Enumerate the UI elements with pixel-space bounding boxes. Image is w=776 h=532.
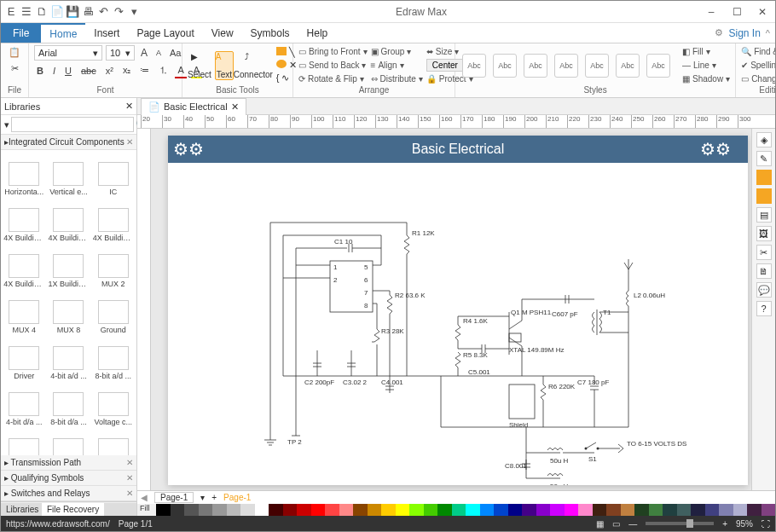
sign-in-link[interactable]: Sign In <box>728 27 760 39</box>
color-swatch[interactable] <box>705 504 720 516</box>
color-swatch[interactable] <box>240 504 255 516</box>
color-swatch[interactable] <box>565 504 579 516</box>
print-icon[interactable]: 🖶 <box>81 5 95 19</box>
color-swatch[interactable] <box>156 504 171 516</box>
close-button[interactable]: ✕ <box>750 2 775 22</box>
strike-button[interactable]: abc <box>78 62 99 78</box>
shape-4-bit-d-a-[interactable]: 4-bit d/a ... <box>3 382 45 426</box>
change-case-icon[interactable]: Aa <box>167 46 183 60</box>
sidebar-tab-file-recovery[interactable]: File Recovery <box>42 502 104 516</box>
color-swatch[interactable] <box>621 504 635 516</box>
tab-close-icon[interactable]: ✕ <box>231 101 239 113</box>
canvas[interactable]: ⚙⚙ Basic Electrical ⚙⚙ 12 56 78 <box>151 129 751 490</box>
style-preset-5[interactable]: Abc <box>585 54 609 78</box>
subscript-button[interactable]: x₂ <box>120 62 134 78</box>
color-swatch[interactable] <box>199 504 213 516</box>
color-swatch[interactable] <box>649 504 663 516</box>
color-swatch[interactable] <box>593 504 607 516</box>
brace-shape-icon[interactable]: { <box>276 72 280 84</box>
color-swatch[interactable] <box>396 504 410 516</box>
new-icon[interactable]: 🗋 <box>35 5 49 19</box>
spell-check-button[interactable]: ✔ Spelling Check <box>741 59 776 72</box>
bullets-button[interactable]: ≔ <box>137 62 152 78</box>
library-section[interactable]: ▸ Qualifying Symbols✕ <box>1 471 136 486</box>
fit-page-icon[interactable]: ⛶ <box>762 519 770 529</box>
color-bar[interactable]: Fill <box>137 504 775 516</box>
maximize-button[interactable]: ☐ <box>724 2 750 22</box>
color-swatch[interactable] <box>578 504 593 516</box>
shape-8-bit-a-d-[interactable]: 8-bit a/d ... <box>92 336 135 380</box>
minimize-button[interactable]: – <box>698 2 724 22</box>
find-replace-button[interactable]: 🔍 Find & Replace <box>741 45 776 58</box>
color-swatch[interactable] <box>171 504 185 516</box>
ellipse-shape-icon[interactable] <box>276 60 287 68</box>
shape-4-bit-a-d-[interactable]: 4-bit a/d ... <box>47 336 90 380</box>
color-swatch[interactable] <box>762 504 776 516</box>
tab-insert[interactable]: Insert <box>85 23 128 43</box>
options-icon[interactable]: ⚙ <box>715 27 723 38</box>
bring-front-button[interactable]: ▭ Bring to Front ▾ <box>298 45 368 58</box>
shape-PWM[interactable]: PWM <box>3 428 45 455</box>
line-button[interactable]: — Line ▾ <box>682 59 730 72</box>
color-swatch[interactable] <box>522 504 536 516</box>
color-swatch[interactable] <box>311 504 326 516</box>
italic-button[interactable]: I <box>50 62 58 78</box>
color-swatch[interactable] <box>452 504 466 516</box>
color-swatch[interactable] <box>212 504 227 516</box>
tab-file[interactable]: File <box>1 23 41 43</box>
curve-shape-icon[interactable]: ∿ <box>281 72 289 84</box>
color-swatch[interactable] <box>691 504 705 516</box>
text-tool-button[interactable]: AText <box>215 51 234 80</box>
comment-icon[interactable]: 💬 <box>756 282 772 298</box>
color-swatch[interactable] <box>480 504 495 516</box>
tab-home[interactable]: Home <box>41 23 85 43</box>
color-swatch[interactable] <box>381 504 396 516</box>
shape-4-bit-regi-[interactable]: 4-bit regi... <box>47 428 90 455</box>
shape-Ground[interactable]: Ground <box>92 290 135 334</box>
color-swatch[interactable] <box>719 504 733 516</box>
tab-page-layout[interactable]: Page Layout <box>128 23 202 43</box>
shape-Horizonta-[interactable]: Horizonta... <box>3 152 45 196</box>
collapse-ribbon-icon[interactable]: ^ <box>766 28 770 38</box>
send-back-button[interactable]: ▭ Send to Back ▾ <box>298 59 368 72</box>
qat-menu-icon[interactable]: ☰ <box>20 5 33 19</box>
libraries-close-icon[interactable]: ✕ <box>125 101 133 112</box>
redo-icon[interactable]: ↷ <box>112 5 125 19</box>
font-grow-icon[interactable]: A <box>138 45 150 61</box>
view-page-icon[interactable]: ▭ <box>612 519 620 529</box>
style-preset-3[interactable]: Abc <box>524 54 547 78</box>
style-preset-6[interactable]: Abc <box>616 54 640 78</box>
undo-icon[interactable]: ↶ <box>96 5 110 19</box>
cut-icon[interactable]: ✂ <box>9 61 21 76</box>
shape-8-bit-regi-[interactable]: 8-bit regi... <box>92 428 135 455</box>
numbering-button[interactable]: ⒈ <box>156 62 171 78</box>
tab-view[interactable]: View <box>203 23 242 43</box>
zoom-slider[interactable] <box>646 522 714 525</box>
vendor-url[interactable]: https://www.edrawsoft.com/ <box>6 519 110 529</box>
change-shape-button[interactable]: ▭ Change Shape ▾ <box>741 72 776 85</box>
select-tool-button[interactable]: ▶Select <box>188 52 211 79</box>
color-swatch[interactable] <box>297 504 311 516</box>
library-section[interactable]: ▸ Switches and Relays✕ <box>1 486 136 501</box>
library-search-input[interactable] <box>11 117 134 132</box>
color-swatch[interactable] <box>269 504 283 516</box>
shape-8-bit-d-a-[interactable]: 8-bit d/a ... <box>47 382 90 426</box>
color-swatch[interactable] <box>536 504 551 516</box>
color-swatch[interactable] <box>466 504 480 516</box>
fill-swatch-icon[interactable] <box>756 170 772 185</box>
font-name-select[interactable]: Arial▾ <box>34 45 102 61</box>
style-preset-2[interactable]: Abc <box>493 54 517 78</box>
superscript-button[interactable]: x² <box>103 62 116 78</box>
font-size-select[interactable]: 10▾ <box>106 45 135 61</box>
color-swatch[interactable] <box>325 504 339 516</box>
save-icon[interactable]: 💾 <box>66 5 79 19</box>
layer-icon[interactable]: ▤ <box>756 207 772 223</box>
shape-4X-Buildin-[interactable]: 4X Buildin... <box>92 198 135 242</box>
shape-Driver[interactable]: Driver <box>3 336 45 380</box>
color-swatch[interactable] <box>339 504 354 516</box>
distribute-button[interactable]: ⇔ Distribute ▾ <box>371 72 423 85</box>
add-page-button[interactable]: + <box>211 493 217 502</box>
fill-button[interactable]: ◧ Fill ▾ <box>682 45 730 58</box>
drawing-page[interactable]: ⚙⚙ Basic Electrical ⚙⚙ 12 56 78 <box>168 136 748 485</box>
rotate-flip-button[interactable]: ⟳ Rotate & Flip ▾ <box>298 72 368 85</box>
